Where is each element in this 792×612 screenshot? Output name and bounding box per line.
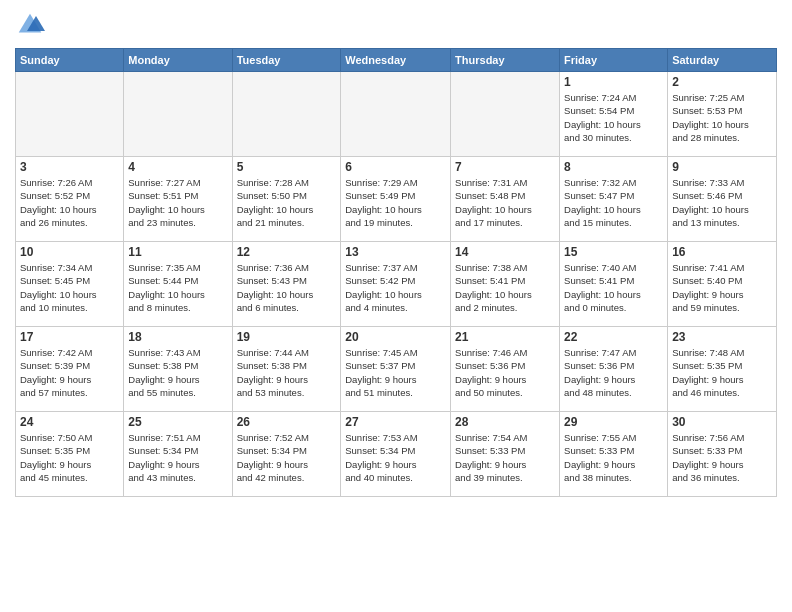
day-info: Sunrise: 7:32 AMSunset: 5:47 PMDaylight:… xyxy=(564,176,663,229)
calendar-cell xyxy=(124,72,232,157)
calendar-table: SundayMondayTuesdayWednesdayThursdayFrid… xyxy=(15,48,777,497)
calendar-cell xyxy=(232,72,341,157)
calendar-cell xyxy=(451,72,560,157)
day-info: Sunrise: 7:55 AMSunset: 5:33 PMDaylight:… xyxy=(564,431,663,484)
calendar-cell: 27Sunrise: 7:53 AMSunset: 5:34 PMDayligh… xyxy=(341,412,451,497)
day-info: Sunrise: 7:53 AMSunset: 5:34 PMDaylight:… xyxy=(345,431,446,484)
day-info: Sunrise: 7:33 AMSunset: 5:46 PMDaylight:… xyxy=(672,176,772,229)
calendar-cell: 10Sunrise: 7:34 AMSunset: 5:45 PMDayligh… xyxy=(16,242,124,327)
day-number: 16 xyxy=(672,245,772,259)
calendar-cell: 19Sunrise: 7:44 AMSunset: 5:38 PMDayligh… xyxy=(232,327,341,412)
day-info: Sunrise: 7:24 AMSunset: 5:54 PMDaylight:… xyxy=(564,91,663,144)
weekday-header-friday: Friday xyxy=(560,49,668,72)
calendar-cell xyxy=(16,72,124,157)
calendar-cell: 16Sunrise: 7:41 AMSunset: 5:40 PMDayligh… xyxy=(668,242,777,327)
weekday-header-thursday: Thursday xyxy=(451,49,560,72)
day-number: 15 xyxy=(564,245,663,259)
day-info: Sunrise: 7:47 AMSunset: 5:36 PMDaylight:… xyxy=(564,346,663,399)
day-info: Sunrise: 7:26 AMSunset: 5:52 PMDaylight:… xyxy=(20,176,119,229)
day-info: Sunrise: 7:36 AMSunset: 5:43 PMDaylight:… xyxy=(237,261,337,314)
day-number: 14 xyxy=(455,245,555,259)
day-info: Sunrise: 7:28 AMSunset: 5:50 PMDaylight:… xyxy=(237,176,337,229)
day-info: Sunrise: 7:54 AMSunset: 5:33 PMDaylight:… xyxy=(455,431,555,484)
weekday-header-sunday: Sunday xyxy=(16,49,124,72)
calendar-cell: 1Sunrise: 7:24 AMSunset: 5:54 PMDaylight… xyxy=(560,72,668,157)
calendar-cell: 20Sunrise: 7:45 AMSunset: 5:37 PMDayligh… xyxy=(341,327,451,412)
day-info: Sunrise: 7:45 AMSunset: 5:37 PMDaylight:… xyxy=(345,346,446,399)
calendar-header: SundayMondayTuesdayWednesdayThursdayFrid… xyxy=(16,49,777,72)
weekday-header-monday: Monday xyxy=(124,49,232,72)
calendar-cell xyxy=(341,72,451,157)
day-number: 5 xyxy=(237,160,337,174)
calendar-cell: 26Sunrise: 7:52 AMSunset: 5:34 PMDayligh… xyxy=(232,412,341,497)
calendar-week-5: 24Sunrise: 7:50 AMSunset: 5:35 PMDayligh… xyxy=(16,412,777,497)
day-info: Sunrise: 7:44 AMSunset: 5:38 PMDaylight:… xyxy=(237,346,337,399)
calendar-cell: 28Sunrise: 7:54 AMSunset: 5:33 PMDayligh… xyxy=(451,412,560,497)
calendar-week-1: 1Sunrise: 7:24 AMSunset: 5:54 PMDaylight… xyxy=(16,72,777,157)
calendar-week-2: 3Sunrise: 7:26 AMSunset: 5:52 PMDaylight… xyxy=(16,157,777,242)
calendar-cell: 6Sunrise: 7:29 AMSunset: 5:49 PMDaylight… xyxy=(341,157,451,242)
day-info: Sunrise: 7:31 AMSunset: 5:48 PMDaylight:… xyxy=(455,176,555,229)
day-info: Sunrise: 7:41 AMSunset: 5:40 PMDaylight:… xyxy=(672,261,772,314)
calendar-cell: 23Sunrise: 7:48 AMSunset: 5:35 PMDayligh… xyxy=(668,327,777,412)
day-number: 6 xyxy=(345,160,446,174)
day-number: 19 xyxy=(237,330,337,344)
logo xyxy=(15,10,49,40)
calendar-cell: 13Sunrise: 7:37 AMSunset: 5:42 PMDayligh… xyxy=(341,242,451,327)
day-number: 29 xyxy=(564,415,663,429)
day-number: 21 xyxy=(455,330,555,344)
day-info: Sunrise: 7:25 AMSunset: 5:53 PMDaylight:… xyxy=(672,91,772,144)
calendar-cell: 11Sunrise: 7:35 AMSunset: 5:44 PMDayligh… xyxy=(124,242,232,327)
logo-icon xyxy=(15,10,45,40)
calendar-cell: 8Sunrise: 7:32 AMSunset: 5:47 PMDaylight… xyxy=(560,157,668,242)
day-info: Sunrise: 7:37 AMSunset: 5:42 PMDaylight:… xyxy=(345,261,446,314)
calendar-week-4: 17Sunrise: 7:42 AMSunset: 5:39 PMDayligh… xyxy=(16,327,777,412)
day-number: 23 xyxy=(672,330,772,344)
day-number: 8 xyxy=(564,160,663,174)
calendar-cell: 7Sunrise: 7:31 AMSunset: 5:48 PMDaylight… xyxy=(451,157,560,242)
day-number: 9 xyxy=(672,160,772,174)
weekday-header-row: SundayMondayTuesdayWednesdayThursdayFrid… xyxy=(16,49,777,72)
day-number: 27 xyxy=(345,415,446,429)
day-info: Sunrise: 7:50 AMSunset: 5:35 PMDaylight:… xyxy=(20,431,119,484)
calendar-cell: 9Sunrise: 7:33 AMSunset: 5:46 PMDaylight… xyxy=(668,157,777,242)
day-number: 25 xyxy=(128,415,227,429)
calendar-cell: 24Sunrise: 7:50 AMSunset: 5:35 PMDayligh… xyxy=(16,412,124,497)
calendar-cell: 14Sunrise: 7:38 AMSunset: 5:41 PMDayligh… xyxy=(451,242,560,327)
day-info: Sunrise: 7:27 AMSunset: 5:51 PMDaylight:… xyxy=(128,176,227,229)
weekday-header-saturday: Saturday xyxy=(668,49,777,72)
day-number: 13 xyxy=(345,245,446,259)
calendar-cell: 17Sunrise: 7:42 AMSunset: 5:39 PMDayligh… xyxy=(16,327,124,412)
day-info: Sunrise: 7:42 AMSunset: 5:39 PMDaylight:… xyxy=(20,346,119,399)
day-number: 11 xyxy=(128,245,227,259)
day-number: 18 xyxy=(128,330,227,344)
calendar-cell: 4Sunrise: 7:27 AMSunset: 5:51 PMDaylight… xyxy=(124,157,232,242)
weekday-header-tuesday: Tuesday xyxy=(232,49,341,72)
day-info: Sunrise: 7:38 AMSunset: 5:41 PMDaylight:… xyxy=(455,261,555,314)
day-number: 17 xyxy=(20,330,119,344)
day-number: 22 xyxy=(564,330,663,344)
day-info: Sunrise: 7:43 AMSunset: 5:38 PMDaylight:… xyxy=(128,346,227,399)
calendar-cell: 29Sunrise: 7:55 AMSunset: 5:33 PMDayligh… xyxy=(560,412,668,497)
day-number: 1 xyxy=(564,75,663,89)
day-info: Sunrise: 7:34 AMSunset: 5:45 PMDaylight:… xyxy=(20,261,119,314)
day-number: 7 xyxy=(455,160,555,174)
calendar-cell: 25Sunrise: 7:51 AMSunset: 5:34 PMDayligh… xyxy=(124,412,232,497)
day-number: 2 xyxy=(672,75,772,89)
day-info: Sunrise: 7:52 AMSunset: 5:34 PMDaylight:… xyxy=(237,431,337,484)
day-info: Sunrise: 7:35 AMSunset: 5:44 PMDaylight:… xyxy=(128,261,227,314)
page: SundayMondayTuesdayWednesdayThursdayFrid… xyxy=(0,0,792,612)
day-number: 4 xyxy=(128,160,227,174)
calendar-cell: 2Sunrise: 7:25 AMSunset: 5:53 PMDaylight… xyxy=(668,72,777,157)
calendar-cell: 12Sunrise: 7:36 AMSunset: 5:43 PMDayligh… xyxy=(232,242,341,327)
day-info: Sunrise: 7:48 AMSunset: 5:35 PMDaylight:… xyxy=(672,346,772,399)
day-info: Sunrise: 7:29 AMSunset: 5:49 PMDaylight:… xyxy=(345,176,446,229)
day-info: Sunrise: 7:56 AMSunset: 5:33 PMDaylight:… xyxy=(672,431,772,484)
calendar-cell: 30Sunrise: 7:56 AMSunset: 5:33 PMDayligh… xyxy=(668,412,777,497)
calendar-week-3: 10Sunrise: 7:34 AMSunset: 5:45 PMDayligh… xyxy=(16,242,777,327)
calendar-body: 1Sunrise: 7:24 AMSunset: 5:54 PMDaylight… xyxy=(16,72,777,497)
calendar-cell: 18Sunrise: 7:43 AMSunset: 5:38 PMDayligh… xyxy=(124,327,232,412)
calendar-cell: 3Sunrise: 7:26 AMSunset: 5:52 PMDaylight… xyxy=(16,157,124,242)
calendar-cell: 15Sunrise: 7:40 AMSunset: 5:41 PMDayligh… xyxy=(560,242,668,327)
day-number: 3 xyxy=(20,160,119,174)
